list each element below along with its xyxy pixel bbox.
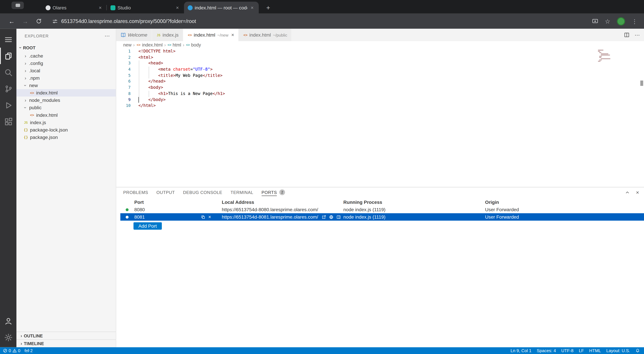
file-package.json[interactable]: {}package.json	[16, 134, 116, 141]
browser-tab-codeserver[interactable]: index.html — root — code-se×	[184, 2, 259, 14]
bookmark-star-icon[interactable]: ☆	[605, 18, 610, 25]
root-section-header[interactable]: › ROOT	[16, 43, 116, 52]
panel-tab-output[interactable]: OUTPUT	[156, 187, 175, 197]
maximize-panel-icon[interactable]	[625, 190, 630, 195]
panel-tab-ports[interactable]: PORTS2	[262, 187, 285, 197]
browser-tab-olares[interactable]: Olares×	[42, 2, 107, 14]
add-port-button[interactable]: Add Port	[134, 222, 162, 230]
folder-.local[interactable]: ›.local	[16, 67, 116, 74]
run-debug-icon[interactable]	[0, 97, 16, 113]
browser-tab-title: Olares	[52, 5, 95, 10]
cursor-position[interactable]: Ln 9, Col 1	[510, 348, 531, 353]
code-text: <h1>This is a New Page</h1>	[138, 91, 225, 97]
editor-tab-index.js[interactable]: JSindex.js	[152, 29, 183, 41]
breadcrumb-body[interactable]: <>body	[186, 42, 201, 47]
folder-new[interactable]: ›new	[16, 82, 116, 89]
port-cell-local-address: https://6513754d-8080.laresprime.olares.…	[222, 206, 318, 213]
tree-item-label: package.json	[30, 135, 58, 140]
port-row-8080[interactable]: 8080https://6513754d-8080.laresprime.ola…	[116, 206, 644, 213]
explorer-more-actions-icon[interactable]: ⋯	[104, 33, 110, 39]
tab-label: index.js	[162, 32, 178, 37]
new-tab-button[interactable]: +	[264, 4, 273, 12]
editor-tab-welcome[interactable]: Welcome	[116, 29, 152, 41]
explorer-icon[interactable]	[0, 48, 16, 64]
language-mode[interactable]: HTML	[589, 348, 601, 353]
forwarded-ports-status[interactable]: 2	[24, 348, 33, 353]
code-editor[interactable]: 1<!DOCTYPE html>2<html>3 <head>4 <meta c…	[116, 49, 644, 187]
notifications-bell-icon[interactable]	[636, 348, 640, 353]
folder-.config[interactable]: ›.config	[16, 60, 116, 67]
panel-tab-debug-console[interactable]: DEBUG CONSOLE	[183, 187, 222, 197]
search-icon[interactable]	[0, 64, 16, 81]
eol[interactable]: LF	[579, 348, 584, 353]
open-in-browser-icon[interactable]	[322, 215, 326, 219]
install-app-icon[interactable]	[592, 18, 598, 25]
site-settings-icon[interactable]	[52, 18, 58, 24]
port-row-8081[interactable]: 8081https://6513754d-8081.laresprime.ola…	[116, 213, 644, 221]
browser-tab-studio[interactable]: Studio×	[107, 2, 184, 14]
preview-in-editor-icon[interactable]	[336, 215, 341, 219]
errors-icon	[3, 348, 8, 353]
globe-icon[interactable]	[329, 215, 334, 219]
warnings-icon	[12, 348, 17, 353]
code-line: 1<!DOCTYPE html>	[116, 49, 644, 55]
chevron-right-icon: ›	[23, 53, 28, 58]
folder-node_modules[interactable]: ›node_modules	[16, 97, 116, 104]
editor-tab-bar: WelcomeJSindex.js<>index.html~/new×<>ind…	[116, 29, 644, 41]
json-file-icon: {}	[23, 135, 29, 139]
copy-address-icon[interactable]	[201, 215, 206, 219]
close-panel-icon[interactable]: ×	[636, 189, 639, 195]
code-server-window: EXPLORER ⋯ › ROOT ›.cache›.config›.local…	[0, 29, 644, 347]
html-file-icon: <>	[136, 43, 141, 47]
section-outline[interactable]: ›OUTLINE	[16, 331, 116, 339]
source-control-icon[interactable]	[0, 81, 16, 97]
minimap[interactable]	[598, 50, 615, 62]
section-timeline[interactable]: ›TIMELINE	[16, 339, 116, 347]
breadcrumb-html[interactable]: <>html	[167, 42, 181, 47]
panel-tab-problems[interactable]: PROBLEMS	[123, 187, 148, 197]
file-index.js[interactable]: JSindex.js	[16, 119, 116, 126]
tab-close-icon[interactable]: ×	[174, 5, 180, 11]
file-package-lock.json[interactable]: {}package-lock.json	[16, 126, 116, 134]
settings-icon[interactable]	[0, 329, 16, 345]
indentation[interactable]: Spaces: 4	[537, 348, 556, 353]
account-icon[interactable]	[0, 313, 16, 329]
profile-avatar[interactable]	[617, 17, 625, 25]
breadcrumb-index.html[interactable]: <>index.html	[136, 42, 163, 47]
encoding[interactable]: UTF-8	[561, 348, 574, 353]
reload-icon[interactable]	[36, 18, 42, 24]
tab-close-icon[interactable]: ×	[231, 32, 234, 38]
folder-.npm[interactable]: ›.npm	[16, 74, 116, 82]
breadcrumb-new[interactable]: new	[123, 42, 132, 47]
tab-close-icon[interactable]: ×	[97, 5, 103, 11]
stop-forwarding-icon[interactable]: ×	[208, 215, 213, 219]
editor-more-actions-icon[interactable]: ⋯	[634, 32, 640, 38]
folder-.cache[interactable]: ›.cache	[16, 52, 116, 60]
browser-menu-icon[interactable]: ⋮	[632, 18, 638, 25]
minimap-line	[598, 50, 603, 51]
window-control-icon[interactable]	[12, 2, 24, 9]
back-icon[interactable]: ←	[8, 18, 15, 25]
split-editor-icon[interactable]	[624, 32, 630, 38]
file-index.html[interactable]: <>index.html	[16, 89, 116, 97]
tab-label: index.html	[194, 32, 215, 37]
file-index.html[interactable]: <>index.html	[16, 111, 116, 119]
editor-tab-index.html[interactable]: <>index.html~/new×	[183, 29, 239, 41]
editor-tab-index.html[interactable]: <>index.html~/public	[239, 29, 292, 41]
keyboard-layout[interactable]: Layout: U.S.	[606, 348, 630, 353]
address-bar[interactable]: 6513754d0.laresprime.olares.com/proxy/50…	[61, 18, 588, 24]
tab-close-icon[interactable]: ×	[250, 5, 255, 11]
menu-icon[interactable]	[0, 31, 16, 48]
js-file-icon: JS	[156, 33, 161, 37]
line-number: 5	[116, 73, 131, 79]
chevron-right-icon: ›	[23, 76, 28, 81]
panel-tab-terminal[interactable]: TERMINAL	[230, 187, 253, 197]
status-bar: 0 0 2 Ln 9, Col 1Spaces: 4UTF-8LFHTMLLay…	[0, 347, 644, 354]
code-text: </head>	[138, 79, 166, 85]
extensions-icon[interactable]	[0, 113, 16, 130]
html-file-icon: <>	[29, 113, 35, 117]
line-number: 6	[116, 79, 131, 85]
problems-status[interactable]: 0 0	[3, 348, 20, 353]
folder-public[interactable]: ›public	[16, 104, 116, 111]
forward-icon[interactable]: →	[22, 18, 28, 25]
